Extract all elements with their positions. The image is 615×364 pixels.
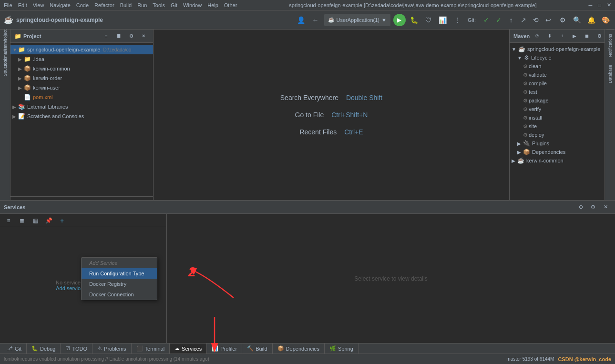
menu-item-edit[interactable]: Edit — [18, 2, 27, 8]
panel-settings-icon[interactable]: ⚙ — [125, 30, 137, 42]
tree-label-pom: pom.xml — [33, 94, 53, 100]
theme-icon[interactable]: 🎨 — [600, 14, 611, 26]
run-button[interactable]: ▶ — [393, 14, 406, 26]
minimize-button[interactable]: ─ — [589, 2, 593, 8]
tab-build[interactable]: 🔨 Build — [242, 344, 272, 354]
services-settings-icon[interactable]: ⚙ — [587, 202, 599, 213]
maven-verify[interactable]: ⚙ verify — [510, 105, 605, 113]
spring-tab-icon: 🌿 — [329, 345, 336, 352]
tree-item-scratches[interactable]: ▶ 📝 Scratches and Consoles — [10, 111, 153, 121]
tab-profiler[interactable]: 📊 Profiler — [207, 344, 242, 354]
git-history-icon[interactable]: ⟲ — [530, 14, 542, 26]
maven-install[interactable]: ⚙ install — [510, 113, 605, 122]
maven-validate[interactable]: ⚙ validate — [510, 71, 605, 79]
panel-close-icon[interactable]: ✕ — [138, 30, 149, 42]
notifications-tab[interactable]: Notifications — [606, 30, 614, 61]
maven-settings-icon[interactable]: ⚙ — [594, 30, 605, 42]
tree-item-kerwin-common[interactable]: ▶ 📦 kerwin-common — [10, 64, 153, 73]
maven-download-icon[interactable]: ⬇ — [544, 30, 555, 42]
services-expand-icon[interactable]: ⊕ — [575, 202, 586, 213]
dropdown-add-service-header: Add Service — [82, 258, 157, 268]
maven-dependencies[interactable]: ▶ 📦 Dependencies — [510, 148, 605, 156]
tab-spring[interactable]: 🌿 Spring — [325, 344, 359, 354]
tab-services-label: Services — [182, 346, 202, 352]
menu-item-code[interactable]: Code — [76, 2, 89, 8]
panel-collapse-icon[interactable]: ≡ — [101, 30, 112, 42]
maven-refresh-icon[interactable]: ⟳ — [532, 30, 543, 42]
tree-item-kerwin-user[interactable]: ▶ 📦 kerwin-user — [10, 83, 153, 92]
menu-item-tools[interactable]: Tools — [153, 2, 165, 8]
profile-button[interactable]: 📊 — [437, 14, 449, 26]
menu-item-other[interactable]: Other — [224, 2, 237, 8]
tab-terminal[interactable]: ⬛ Terminal — [132, 344, 170, 354]
maven-kerwin-common[interactable]: ▶ ☕ kerwin-common — [510, 156, 605, 165]
settings-icon[interactable]: ⚙ — [557, 14, 568, 26]
run-config-selector[interactable]: ☕ UserApplication(1) ▼ — [324, 14, 390, 26]
menu-item-view[interactable]: View — [33, 2, 44, 8]
maven-stop-icon[interactable]: ⏹ — [581, 30, 593, 42]
maven-package[interactable]: ⚙ package — [510, 96, 605, 105]
vcs-icon[interactable]: 👤 — [296, 14, 307, 26]
maven-clean-label: clean — [529, 63, 541, 69]
maximize-button[interactable]: □ — [598, 2, 601, 8]
git-update-icon[interactable]: ↑ — [505, 14, 517, 26]
tab-debug[interactable]: 🐛 Debug — [27, 344, 61, 354]
terminal-tab-icon: ⬛ — [136, 345, 143, 352]
services-group-icon[interactable]: ▦ — [30, 215, 41, 226]
back-icon[interactable]: ← — [310, 14, 321, 26]
maven-clean[interactable]: ⚙ clean — [510, 62, 605, 71]
notifications-icon[interactable]: 🔔 — [585, 14, 597, 26]
sidebar-icon-structure[interactable]: Structure — [0, 63, 10, 72]
maven-root[interactable]: ▼ ☕ springcloud-openfeign-example — [510, 45, 605, 53]
menu-item-window[interactable]: Window — [183, 2, 202, 8]
maven-test[interactable]: ⚙ test — [510, 88, 605, 96]
maven-plugins[interactable]: ▶ 🔌 Plugins — [510, 139, 605, 148]
menu-item-help[interactable]: Help — [207, 2, 218, 8]
dropdown-docker-connection[interactable]: Docker Connection — [82, 289, 157, 300]
maven-run-icon[interactable]: ▶ — [569, 30, 580, 42]
menu-item-run[interactable]: Run — [137, 2, 147, 8]
tab-todo-label: TODO — [72, 346, 87, 352]
menu-item-navigate[interactable]: Navigate — [50, 2, 70, 8]
tree-item-idea[interactable]: ▶ 📁 .idea — [10, 54, 153, 64]
panel-horizontal-scrollbar[interactable] — [10, 196, 153, 200]
services-add-icon[interactable]: + — [56, 215, 68, 226]
services-list-icon[interactable]: ≣ — [16, 215, 28, 226]
tab-problems[interactable]: ⚠ Problems — [92, 344, 131, 354]
git-check-icon[interactable]: ✓ — [481, 14, 492, 26]
menu-item-git[interactable]: Git — [171, 2, 177, 8]
tab-todo[interactable]: ☑ TODO — [61, 344, 92, 354]
maven-compile[interactable]: ⚙ compile — [510, 79, 605, 88]
services-pin-icon[interactable]: 📌 — [43, 215, 54, 226]
git-revert-icon[interactable]: ↩ — [543, 14, 554, 26]
git-check2-icon[interactable]: ✓ — [493, 14, 504, 26]
services-collapse-all-icon[interactable]: ≡ — [3, 215, 14, 226]
panel-list-icon[interactable]: ≣ — [113, 30, 124, 42]
tree-item-external-libs[interactable]: ▶ 📚 External Libraries — [10, 102, 153, 111]
search-icon[interactable]: 🔍 — [571, 14, 583, 26]
maven-add-icon[interactable]: + — [556, 30, 568, 42]
tree-item-pom[interactable]: ▶ 📄 pom.xml — [10, 92, 153, 102]
dropdown-run-config-type[interactable]: Run Configuration Type — [82, 268, 157, 279]
menu-item-refactor[interactable]: Refactor — [94, 2, 114, 8]
maven-site[interactable]: ⚙ site — [510, 122, 605, 131]
maven-deploy[interactable]: ⚙ deploy — [510, 131, 605, 139]
debug-button[interactable]: 🐛 — [409, 14, 420, 26]
tree-item-kerwin-order[interactable]: ▶ 📦 kerwin-order — [10, 73, 153, 83]
tree-root[interactable]: ▼ 📁 springcloud-openfeign-example D:\zed… — [10, 45, 153, 54]
tab-git[interactable]: ⎇ Git — [2, 344, 27, 354]
maven-lifecycle[interactable]: ▼ ⚙ Lifecycle — [510, 53, 605, 62]
close-button[interactable]: ✕ — [607, 2, 611, 8]
maven-test-label: test — [529, 89, 537, 95]
tab-dependencies[interactable]: 📦 Dependencies — [273, 344, 325, 354]
database-tab[interactable]: Database — [606, 61, 614, 87]
tab-services[interactable]: ☁ Services — [170, 344, 207, 354]
menu-item-build[interactable]: Build — [120, 2, 132, 8]
git-push-icon[interactable]: ↗ — [518, 14, 529, 26]
services-close-icon[interactable]: ✕ — [600, 202, 611, 213]
coverage-button[interactable]: 🛡 — [423, 14, 434, 26]
more-run-options[interactable]: ⋮ — [451, 14, 463, 26]
menu-item-file[interactable]: File — [4, 2, 12, 8]
hint-recent-shortcut: Ctrl+E — [344, 128, 363, 136]
dropdown-docker-registry[interactable]: Docker Registry — [82, 279, 157, 289]
